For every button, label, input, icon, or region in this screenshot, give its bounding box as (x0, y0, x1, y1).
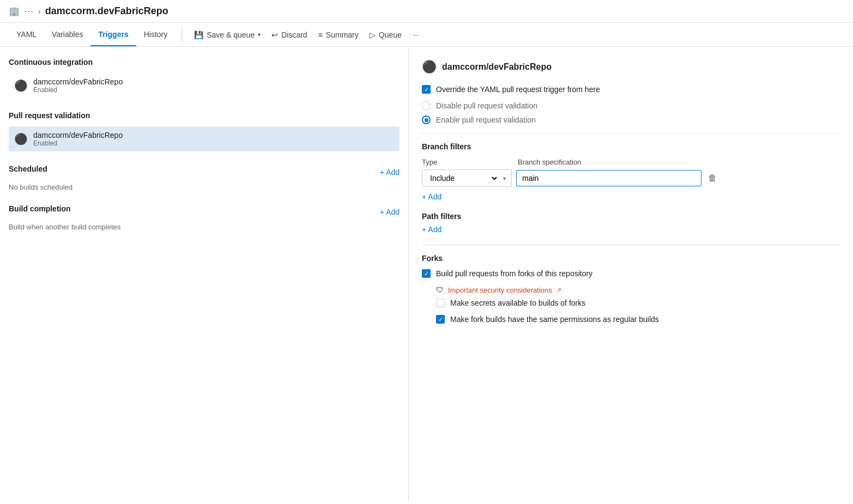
permissions-checkbox[interactable] (436, 315, 445, 324)
pr-repo-name: damccorm/devFabricRepo (33, 131, 123, 139)
permissions-label: Make fork builds have the same permissio… (450, 315, 659, 324)
override-label: Override the YAML pull request trigger f… (436, 85, 600, 94)
pr-repo-item[interactable]: ⚫ damccorm/devFabricRepo Enabled (9, 126, 400, 151)
tab-triggers[interactable]: Triggers (90, 23, 136, 46)
ci-section: Continuous integration ⚫ damccorm/devFab… (9, 58, 400, 98)
tab-variables[interactable]: Variables (44, 23, 90, 46)
discard-icon: ↩ (271, 31, 278, 39)
divider-2 (422, 245, 840, 245)
type-select-wrapper[interactable]: Include Exclude ▾ (422, 169, 512, 187)
nav-bar: YAML Variables Triggers History 💾 Save &… (0, 23, 853, 47)
more-button[interactable]: ··· (407, 27, 425, 42)
pr-section: Pull request validation ⚫ damccorm/devFa… (9, 111, 400, 151)
enable-pr-label: Enable pull request validation (436, 116, 536, 124)
summary-icon: ≡ (318, 31, 323, 39)
build-completion-section: Build completion + Add Build when anothe… (9, 204, 400, 231)
secrets-label: Make secrets available to builds of fork… (450, 299, 585, 307)
pr-section-title: Pull request validation (9, 111, 400, 120)
shield-icon: 🛡 (436, 286, 444, 294)
permissions-checkbox-row: Make fork builds have the same permissio… (436, 315, 840, 324)
page-title: damccorm.devFabricRepo (45, 5, 168, 17)
secrets-checkbox[interactable] (436, 299, 445, 307)
forks-section: Forks Build pull requests from forks of … (422, 254, 840, 324)
save-icon: 💾 (194, 31, 203, 39)
build-completion-header: Build completion + Add (9, 204, 400, 220)
filter-labels-row: Type Branch specification (422, 157, 840, 166)
branch-filters-section: Branch filters Type Branch specification… (422, 142, 840, 201)
branch-spec-input[interactable] (516, 170, 701, 186)
left-panel: Continuous integration ⚫ damccorm/devFab… (0, 47, 409, 501)
breadcrumb-dots[interactable]: ··· (24, 5, 34, 17)
divider-1 (422, 133, 840, 133)
breadcrumb-chevron: › (38, 7, 41, 16)
override-checkbox-row: Override the YAML pull request trigger f… (422, 85, 840, 94)
security-considerations-row: 🛡 Important security considerations ↗ (436, 286, 840, 294)
external-link-icon: ↗ (556, 287, 561, 294)
tab-history[interactable]: History (136, 23, 176, 46)
no-scheduled-builds: No builds scheduled (9, 183, 400, 191)
queue-icon: ▷ (370, 31, 376, 39)
scheduled-section: Scheduled + Add No builds scheduled (9, 165, 400, 191)
override-checkbox[interactable] (422, 85, 431, 94)
summary-button[interactable]: ≡ Summary (313, 27, 364, 42)
top-bar: 🏢 ··· › damccorm.devFabricRepo (0, 0, 853, 23)
right-panel: ⚫ damccorm/devFabricRepo Override the YA… (409, 47, 853, 501)
branch-filters-title: Branch filters (422, 142, 840, 151)
type-label: Type (422, 158, 437, 166)
forks-title: Forks (422, 254, 840, 263)
ci-section-title: Continuous integration (9, 58, 400, 66)
right-header: ⚫ damccorm/devFabricRepo (422, 60, 840, 74)
disable-pr-label: Disable pull request validation (436, 101, 537, 110)
scheduled-title: Scheduled (9, 165, 47, 173)
app-icon: 🏢 (9, 6, 20, 16)
secrets-checkbox-row: Make secrets available to builds of fork… (436, 299, 840, 307)
delete-filter-button[interactable]: 🗑 (706, 171, 719, 185)
dropdown-chevron-icon: ▾ (258, 32, 261, 38)
more-icon: ··· (413, 31, 419, 39)
content-area: Continuous integration ⚫ damccorm/devFab… (0, 47, 853, 501)
build-completion-title: Build completion (9, 204, 71, 213)
ci-repo-status: Enabled (33, 86, 123, 94)
nav-divider (182, 28, 182, 41)
type-select[interactable]: Include Exclude (428, 173, 499, 183)
tab-yaml[interactable]: YAML (9, 23, 44, 46)
scheduled-header: Scheduled + Add (9, 165, 400, 180)
select-chevron-icon: ▾ (503, 175, 506, 181)
path-filters-title: Path filters (422, 212, 840, 221)
disable-pr-radio-row: Disable pull request validation (422, 101, 840, 110)
pr-repo-info: damccorm/devFabricRepo Enabled (33, 131, 123, 147)
discard-button[interactable]: ↩ Discard (266, 27, 312, 42)
build-completion-desc: Build when another build completes (9, 223, 400, 231)
disable-pr-radio[interactable] (422, 101, 431, 110)
path-filter-add-button[interactable]: + Add (422, 225, 840, 234)
right-github-icon: ⚫ (422, 60, 437, 74)
build-forks-label: Build pull requests from forks of this r… (436, 269, 592, 278)
save-queue-button[interactable]: 💾 Save & queue ▾ (189, 27, 266, 42)
ci-repo-item[interactable]: ⚫ damccorm/devFabricRepo Enabled (9, 73, 400, 98)
build-completion-add-button[interactable]: + Add (380, 208, 400, 216)
path-filters-section: Path filters + Add (422, 212, 840, 234)
right-repo-title: damccorm/devFabricRepo (442, 62, 552, 72)
enable-pr-radio[interactable] (422, 116, 431, 124)
github-pr-icon: ⚫ (14, 132, 28, 145)
enable-pr-radio-row: Enable pull request validation (422, 116, 840, 124)
build-forks-checkbox[interactable] (422, 269, 431, 278)
github-icon: ⚫ (14, 79, 28, 92)
ci-repo-name: damccorm/devFabricRepo (33, 77, 123, 86)
queue-button[interactable]: ▷ Queue (364, 27, 407, 42)
pr-repo-status: Enabled (33, 139, 123, 147)
branch-filter-add-button[interactable]: + Add (422, 192, 840, 201)
scheduled-add-button[interactable]: + Add (380, 168, 400, 177)
security-link[interactable]: Important security considerations (448, 286, 552, 294)
filter-inputs-row: Include Exclude ▾ 🗑 (422, 169, 840, 187)
ci-repo-info: damccorm/devFabricRepo Enabled (33, 77, 123, 94)
build-forks-row: Build pull requests from forks of this r… (422, 269, 840, 278)
branch-spec-label: Branch specification (518, 158, 581, 166)
